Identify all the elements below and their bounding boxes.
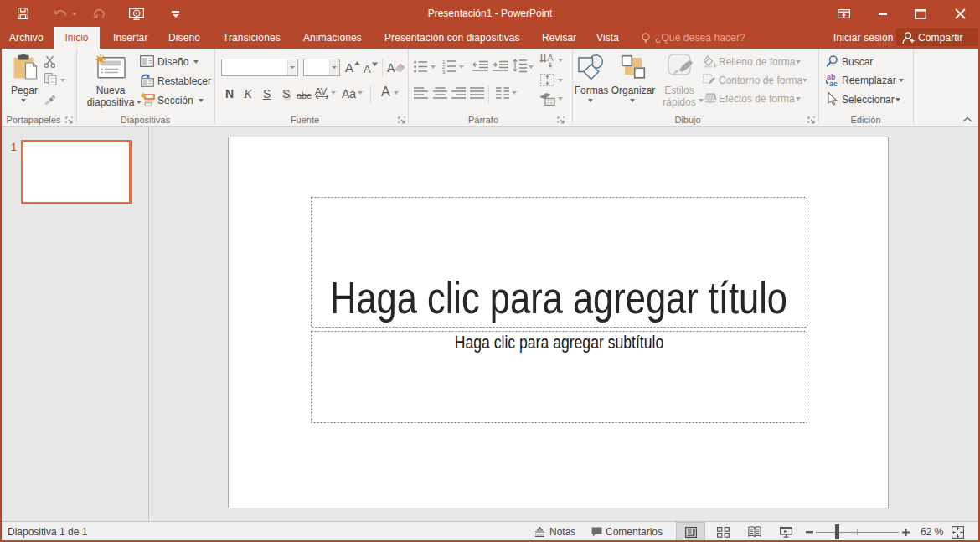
svg-text:3: 3 [442, 70, 446, 75]
svg-text:ac: ac [829, 80, 838, 88]
svg-text:A: A [548, 53, 554, 63]
